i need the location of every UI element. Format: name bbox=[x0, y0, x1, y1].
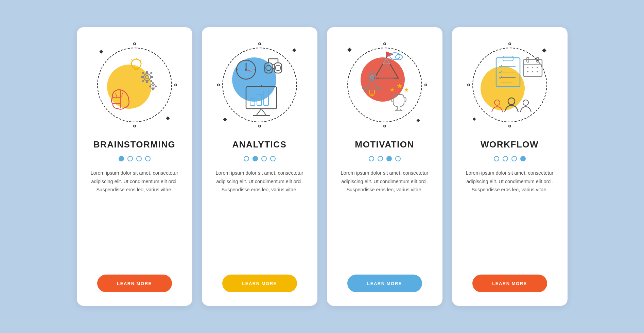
card-workflow: WORKFLOW Lorem ipsum dolor sit amet, con… bbox=[452, 27, 568, 306]
svg-point-7 bbox=[144, 74, 151, 81]
svg-rect-16 bbox=[150, 80, 153, 83]
svg-point-69 bbox=[532, 67, 533, 68]
dots-motivation bbox=[369, 156, 401, 161]
diamond-decorator bbox=[416, 119, 420, 122]
svg-rect-10 bbox=[146, 81, 148, 83]
dot-2 bbox=[378, 156, 383, 161]
svg-rect-9 bbox=[146, 71, 148, 73]
circle-dot bbox=[383, 42, 386, 45]
card-title-workflow: WORKFLOW bbox=[481, 139, 539, 150]
svg-rect-11 bbox=[141, 76, 143, 78]
svg-point-8 bbox=[145, 75, 149, 79]
svg-rect-59 bbox=[503, 56, 513, 61]
brainstorming-icon-area bbox=[90, 41, 179, 129]
dot-4 bbox=[270, 156, 276, 161]
learn-more-brainstorming[interactable]: LEARN MORE bbox=[97, 275, 172, 292]
card-analytics: ANALYTICS Lorem ipsum dolor sit amet, co… bbox=[202, 27, 317, 306]
svg-point-70 bbox=[537, 67, 538, 68]
card-description-brainstorming: Lorem ipsum dolor sit amet, consectetur … bbox=[87, 169, 182, 262]
dot-3 bbox=[136, 156, 142, 161]
card-description-analytics: Lorem ipsum dolor sit amet, consectetur … bbox=[212, 169, 307, 262]
learn-more-analytics[interactable]: LEARN MORE bbox=[222, 275, 297, 292]
dots-workflow bbox=[494, 156, 526, 161]
svg-rect-12 bbox=[151, 76, 153, 78]
card-description-workflow: Lorem ipsum dolor sit amet, consectetur … bbox=[462, 169, 557, 262]
svg-rect-14 bbox=[150, 72, 153, 74]
dot-2 bbox=[503, 156, 508, 161]
svg-text:★: ★ bbox=[397, 82, 403, 90]
svg-rect-42 bbox=[257, 94, 262, 105]
svg-point-52 bbox=[396, 54, 402, 60]
svg-point-75 bbox=[494, 100, 500, 105]
card-brainstorming: BRAINSTORMING Lorem ipsum dolor sit amet… bbox=[77, 27, 192, 306]
svg-point-34 bbox=[275, 65, 281, 71]
circle-dot bbox=[508, 42, 511, 45]
circle-dot bbox=[174, 84, 177, 86]
circle-dot bbox=[133, 42, 136, 45]
svg-rect-21 bbox=[149, 86, 151, 87]
brainstorming-svg bbox=[101, 51, 169, 119]
learn-more-workflow[interactable]: LEARN MORE bbox=[472, 275, 547, 292]
svg-rect-15 bbox=[142, 80, 144, 83]
dot-1 bbox=[494, 156, 499, 161]
card-title-analytics: ANALYTICS bbox=[232, 139, 287, 150]
dot-3 bbox=[261, 156, 267, 161]
svg-point-17 bbox=[151, 84, 155, 89]
dot-4 bbox=[145, 156, 151, 161]
dot-4 bbox=[395, 156, 401, 161]
learn-more-motivation[interactable]: LEARN MORE bbox=[347, 275, 422, 292]
dot-2 bbox=[253, 156, 258, 161]
dot-3 bbox=[511, 156, 517, 161]
dot-1 bbox=[244, 156, 249, 161]
card-title-motivation: MOTIVATION bbox=[355, 139, 414, 150]
circle-dot bbox=[258, 42, 261, 45]
svg-text:★: ★ bbox=[390, 87, 395, 93]
analytics-icon-area bbox=[215, 41, 304, 129]
svg-point-68 bbox=[527, 67, 528, 68]
svg-marker-47 bbox=[375, 58, 398, 78]
svg-text:★: ★ bbox=[404, 87, 409, 93]
svg-point-76 bbox=[523, 100, 528, 105]
circle-dot bbox=[217, 84, 220, 86]
cards-container: BRAINSTORMING Lorem ipsum dolor sit amet… bbox=[50, 7, 595, 326]
dots-brainstorming bbox=[119, 156, 151, 161]
svg-rect-20 bbox=[152, 89, 154, 90]
motivation-svg: ★ ★ ★ bbox=[351, 51, 419, 119]
workflow-svg bbox=[476, 51, 544, 119]
circle-dot bbox=[508, 125, 511, 127]
svg-point-18 bbox=[152, 85, 154, 87]
dot-1 bbox=[119, 156, 124, 161]
svg-line-44 bbox=[256, 109, 261, 116]
svg-rect-22 bbox=[155, 86, 157, 87]
svg-rect-35 bbox=[272, 64, 274, 68]
svg-line-30 bbox=[246, 70, 251, 71]
svg-rect-43 bbox=[264, 91, 268, 105]
svg-line-45 bbox=[261, 109, 266, 116]
circle-dot bbox=[383, 125, 386, 127]
dot-4 bbox=[520, 156, 526, 161]
card-description-motivation: Lorem ipsum dolor sit amet, consectetur … bbox=[337, 169, 432, 262]
svg-point-71 bbox=[527, 71, 528, 72]
analytics-svg bbox=[226, 51, 294, 119]
svg-rect-19 bbox=[152, 82, 154, 84]
dot-1 bbox=[369, 156, 374, 161]
diamond-decorator bbox=[472, 118, 476, 121]
svg-point-73 bbox=[537, 71, 538, 72]
svg-point-0 bbox=[132, 59, 141, 69]
card-motivation: ★ ★ ★ MOTIVATION Lorem ipsum dolor sit a… bbox=[327, 27, 442, 306]
circle-dot bbox=[258, 125, 261, 127]
circle-dot bbox=[467, 84, 470, 86]
svg-point-51 bbox=[390, 53, 400, 59]
svg-rect-41 bbox=[250, 99, 255, 105]
svg-point-72 bbox=[532, 71, 533, 72]
dot-2 bbox=[127, 156, 133, 161]
circle-dot bbox=[133, 125, 136, 127]
motivation-icon-area: ★ ★ ★ bbox=[341, 41, 429, 129]
dot-3 bbox=[386, 156, 392, 161]
dots-analytics bbox=[244, 156, 276, 161]
svg-point-33 bbox=[266, 65, 271, 71]
svg-point-74 bbox=[508, 98, 515, 105]
svg-line-3 bbox=[131, 59, 132, 60]
card-title-brainstorming: BRAINSTORMING bbox=[93, 139, 175, 150]
svg-rect-13 bbox=[142, 72, 144, 74]
